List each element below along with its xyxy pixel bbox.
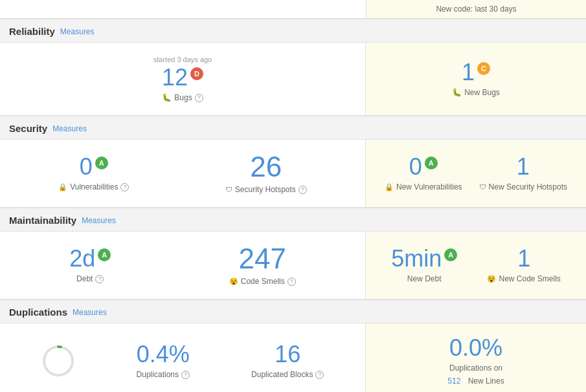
bugs-value-display: 12 D <box>162 66 203 89</box>
new-smells-value-display: 1 <box>517 247 530 270</box>
vuln-help-icon[interactable]: ? <box>120 183 129 191</box>
debt-help-icon[interactable]: ? <box>95 275 104 283</box>
new-bugs-metric: 1 C New Bugs <box>452 61 500 97</box>
vuln-label: Vulnerabilities <box>70 182 118 191</box>
new-smells-label-row: New Code Smells <box>487 274 560 283</box>
new-dup-pct-display: 0.0% <box>449 336 502 360</box>
maintainability-header: Maintainability Measures <box>0 208 586 232</box>
bugs-help-icon[interactable]: ? <box>195 94 203 102</box>
blocks-help-icon[interactable]: ? <box>315 371 324 379</box>
reliability-header: Reliability Measures <box>0 19 586 43</box>
new-dup-lines-row: 512 New Lines <box>447 376 504 386</box>
new-code-label: New code: last 30 days <box>436 5 516 14</box>
maintainability-left-panel: 2d A Debt ? 247 Code Smells ? <box>0 232 366 299</box>
hotspots-label: Security Hotspots <box>235 185 296 194</box>
hotspots-value-display: 26 <box>250 153 282 181</box>
smells-help-icon[interactable]: ? <box>287 278 296 286</box>
security-body: 0 A Vulnerabilities ? 26 Security Hotspo… <box>0 140 586 208</box>
new-bug-icon <box>452 88 462 97</box>
bugs-badge: D <box>190 67 203 80</box>
vuln-badge: A <box>95 157 108 169</box>
started-label: started 3 days ago <box>153 56 212 63</box>
reliability-right-panel: 1 C New Bugs <box>366 43 586 115</box>
smells-label: Code Smells <box>241 277 285 286</box>
bug-icon <box>162 93 172 102</box>
duplications-header: Duplications Measures <box>0 299 586 323</box>
maintainability-title: Maintainability <box>9 215 76 226</box>
lock-icon <box>58 182 67 191</box>
new-vuln-metric: 0 A New Vulnerabilities <box>385 155 462 191</box>
blocks-value-display: 16 <box>275 343 300 366</box>
hotspots-number: 26 <box>250 153 282 181</box>
new-debt-label: New Debt <box>407 274 442 283</box>
vuln-value-display: 0 A <box>80 155 108 179</box>
security-left-panel: 0 A Vulnerabilities ? 26 Security Hotspo… <box>0 140 366 207</box>
new-hotspots-number: 1 <box>517 155 530 179</box>
security-measures-link[interactable]: Measures <box>52 124 87 133</box>
new-debt-number: 5min <box>391 247 442 270</box>
new-vuln-label-row: New Vulnerabilities <box>385 182 462 191</box>
bugs-label: Bugs <box>174 93 192 102</box>
reliability-left-panel: started 3 days ago 12 D Bugs ? <box>0 43 366 115</box>
debt-label: Debt <box>76 274 93 283</box>
blocks-label-row: Duplicated Blocks ? <box>251 370 324 379</box>
smells-metric: 247 Code Smells ? <box>229 245 296 286</box>
smells-value-display: 247 <box>239 245 286 273</box>
smells-number: 247 <box>239 245 286 273</box>
debt-badge: A <box>98 248 111 261</box>
smell-icon <box>229 277 238 286</box>
duplications-measures-link[interactable]: Measures <box>73 308 107 317</box>
svg-point-0 <box>44 347 73 375</box>
security-right-panel: 0 A New Vulnerabilities 1 New Security H… <box>366 140 586 207</box>
new-vuln-label: New Vulnerabilities <box>396 182 462 191</box>
new-dup-suffix: New Lines <box>468 376 504 386</box>
hotspots-help-icon[interactable]: ? <box>299 186 307 194</box>
new-bugs-label: New Bugs <box>464 88 500 97</box>
reliability-measures-link[interactable]: Measures <box>60 27 95 36</box>
dup-circle-metric <box>41 344 75 378</box>
duplications-body: 0.4% Duplications ? 16 Duplicated Blocks… <box>0 323 586 392</box>
dup-label-row: Duplications ? <box>137 370 190 379</box>
new-smell-icon <box>487 274 496 283</box>
dup-pct-value: 0.4% <box>137 343 190 366</box>
debt-metric: 2d A Debt ? <box>69 247 111 283</box>
security-header: Security Measures <box>0 116 586 140</box>
new-vuln-number: 0 <box>409 155 422 179</box>
smells-label-row: Code Smells ? <box>229 277 296 286</box>
new-dup-lines: 512 <box>447 376 460 386</box>
new-debt-metric: 5min A New Debt <box>391 247 457 283</box>
debt-value-display: 2d A <box>69 247 111 270</box>
new-vuln-value-display: 0 A <box>409 155 438 179</box>
new-dup-pct-value: 0.0% <box>449 336 502 360</box>
blocks-metric: 16 Duplicated Blocks ? <box>251 343 324 379</box>
maintainability-measures-link[interactable]: Measures <box>82 216 116 225</box>
new-vuln-badge: A <box>425 157 438 169</box>
new-smells-number: 1 <box>517 247 530 270</box>
shield-icon <box>225 185 232 194</box>
dup-help-icon[interactable]: ? <box>181 371 190 379</box>
debt-label-row: Debt ? <box>76 274 104 283</box>
blocks-label: Duplicated Blocks <box>251 370 313 379</box>
bugs-label-row: Bugs ? <box>162 93 203 102</box>
dup-pct-metric: 0.4% Duplications ? <box>137 343 190 379</box>
dup-circle-svg <box>41 344 75 378</box>
new-bugs-label-row: New Bugs <box>452 88 500 97</box>
new-dup-label-row: Duplications on <box>449 364 502 373</box>
maintainability-right-panel: 5min A New Debt 1 New Code Smells <box>366 232 586 299</box>
new-hotspots-value-display: 1 <box>517 155 530 179</box>
hotspots-label-row: Security Hotspots ? <box>225 185 307 194</box>
new-hotspots-label: New Security Hotspots <box>489 182 567 191</box>
new-debt-badge: A <box>444 248 457 261</box>
vuln-metric: 0 A Vulnerabilities ? <box>58 155 129 191</box>
top-bar-left <box>0 0 366 18</box>
dup-label: Duplications <box>137 370 179 379</box>
bugs-metric: started 3 days ago 12 D Bugs ? <box>153 56 212 102</box>
security-title: Security <box>9 123 47 134</box>
top-bar: New code: last 30 days <box>0 0 586 19</box>
new-debt-label-row: New Debt <box>407 274 442 283</box>
hotspots-metric: 26 Security Hotspots ? <box>225 153 307 194</box>
maintainability-body: 2d A Debt ? 247 Code Smells ? 5min A <box>0 232 586 299</box>
bugs-number: 12 <box>162 66 188 89</box>
reliability-title: Reliability <box>9 26 55 37</box>
duplications-left-panel: 0.4% Duplications ? 16 Duplicated Blocks… <box>0 323 366 392</box>
